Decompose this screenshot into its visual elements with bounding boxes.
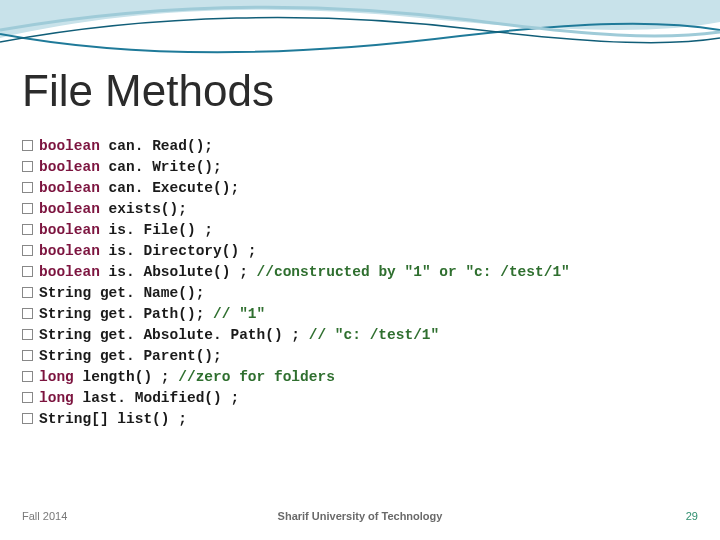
square-bullet-icon — [22, 224, 33, 235]
code-keyword: boolean — [39, 222, 100, 238]
square-bullet-icon — [22, 161, 33, 172]
code-line: long length() ; //zero for folders — [22, 367, 570, 388]
code-line: String get. Parent(); — [22, 346, 570, 367]
code-comment: // "1" — [213, 306, 265, 322]
code-body: can. Execute(); — [100, 180, 239, 196]
code-body: last. Modified() ; — [74, 390, 239, 406]
code-line: String get. Name(); — [22, 283, 570, 304]
square-bullet-icon — [22, 350, 33, 361]
code-comment: // "c: /test/1" — [309, 327, 440, 343]
code-body: String[] list() ; — [39, 411, 187, 427]
code-body: is. File() ; — [100, 222, 213, 238]
square-bullet-icon — [22, 140, 33, 151]
square-bullet-icon — [22, 245, 33, 256]
code-keyword: boolean — [39, 201, 100, 217]
code-line: boolean exists(); — [22, 199, 570, 220]
square-bullet-icon — [22, 329, 33, 340]
code-body: length() ; — [74, 369, 178, 385]
code-body: is. Absolute() ; — [100, 264, 257, 280]
code-line: boolean can. Execute(); — [22, 178, 570, 199]
code-keyword: boolean — [39, 180, 100, 196]
square-bullet-icon — [22, 392, 33, 403]
footer-university: Sharif University of Technology — [278, 510, 443, 522]
code-comment: //zero for folders — [178, 369, 335, 385]
code-line: boolean is. File() ; — [22, 220, 570, 241]
code-line: String get. Path(); // "1" — [22, 304, 570, 325]
code-list: boolean can. Read();boolean can. Write()… — [22, 136, 570, 430]
code-keyword: long — [39, 390, 74, 406]
square-bullet-icon — [22, 287, 33, 298]
code-keyword: long — [39, 369, 74, 385]
code-body: String get. Parent(); — [39, 348, 222, 364]
code-keyword: boolean — [39, 264, 100, 280]
code-keyword: boolean — [39, 243, 100, 259]
code-line: boolean can. Read(); — [22, 136, 570, 157]
code-line: String get. Absolute. Path() ; // "c: /t… — [22, 325, 570, 346]
footer-page-number: 29 — [686, 510, 698, 522]
code-body: is. Directory() ; — [100, 243, 257, 259]
code-body: String get. Name(); — [39, 285, 204, 301]
code-line: boolean is. Directory() ; — [22, 241, 570, 262]
code-line: long last. Modified() ; — [22, 388, 570, 409]
code-body: can. Write(); — [100, 159, 222, 175]
footer: Fall 2014 Sharif University of Technolog… — [0, 510, 720, 522]
square-bullet-icon — [22, 203, 33, 214]
code-keyword: boolean — [39, 159, 100, 175]
square-bullet-icon — [22, 413, 33, 424]
code-body: String get. Absolute. Path() ; — [39, 327, 309, 343]
code-line: boolean is. Absolute() ; //constructed b… — [22, 262, 570, 283]
code-line: boolean can. Write(); — [22, 157, 570, 178]
square-bullet-icon — [22, 371, 33, 382]
square-bullet-icon — [22, 182, 33, 193]
code-body: can. Read(); — [100, 138, 213, 154]
code-keyword: boolean — [39, 138, 100, 154]
code-line: String[] list() ; — [22, 409, 570, 430]
code-comment: //constructed by "1" or "c: /test/1" — [257, 264, 570, 280]
code-body: String get. Path(); — [39, 306, 213, 322]
slide-title: File Methods — [22, 66, 274, 116]
square-bullet-icon — [22, 308, 33, 319]
code-body: exists(); — [100, 201, 187, 217]
square-bullet-icon — [22, 266, 33, 277]
footer-semester: Fall 2014 — [22, 510, 67, 522]
